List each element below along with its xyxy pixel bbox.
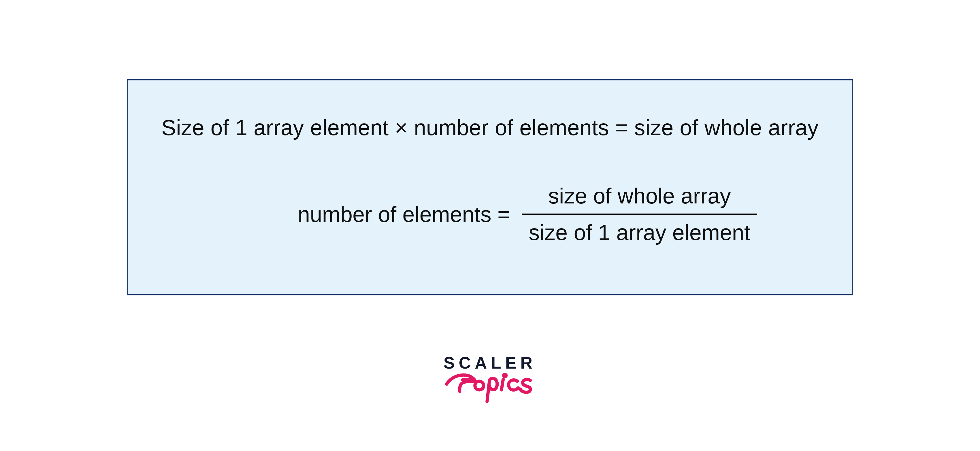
fraction-numerator: size of whole array <box>541 183 738 214</box>
equation-lhs: number of elements = <box>298 202 510 227</box>
brand-logo-bottom <box>444 368 536 406</box>
formula-box: Size of 1 array element × number of elem… <box>127 79 853 295</box>
fraction-denominator: size of 1 array element <box>522 215 757 245</box>
fraction: size of whole array size of 1 array elem… <box>522 183 757 245</box>
equation-line-2: number of elements = size of whole array… <box>128 183 852 245</box>
brand-logo: SCALER <box>444 354 536 406</box>
brand-logo-top: SCALER <box>444 354 536 371</box>
topics-script-icon <box>444 368 536 406</box>
equation-line-1: Size of 1 array element × number of elem… <box>128 115 852 140</box>
